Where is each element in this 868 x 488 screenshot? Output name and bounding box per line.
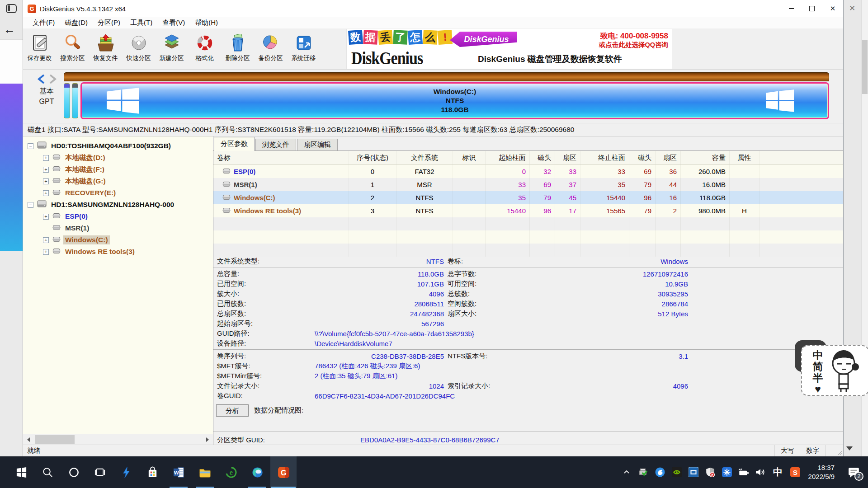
toolbar-button-1[interactable]: 搜索分区 — [56, 30, 89, 69]
expand-icon[interactable]: + — [43, 214, 49, 220]
back-arrow-icon[interactable]: ← — [4, 23, 15, 37]
tree-item-windows-re-tools-3-[interactable]: +Windows RE tools(3) — [23, 246, 213, 258]
menu-item-4[interactable]: 查看(V) — [157, 19, 190, 27]
column-header-5[interactable]: 磁头 — [530, 151, 555, 164]
taskbar-edge-icon[interactable] — [244, 456, 270, 488]
column-header-4[interactable]: 起始柱面 — [486, 151, 530, 164]
column-header-11[interactable]: 属性 — [730, 151, 760, 164]
disk-header-strip[interactable] — [64, 72, 829, 81]
action-center-button[interactable]: 2 — [840, 456, 868, 488]
taskbar-clock[interactable]: 18:37 2022/5/9 — [804, 463, 840, 481]
partition-row-windows-re-tools-3-[interactable]: Windows RE tools(3)3NTFS1544096171556579… — [213, 204, 843, 217]
taskbar-cortana-icon[interactable] — [61, 456, 87, 488]
resize-grip[interactable] — [825, 445, 843, 456]
expand-icon[interactable]: + — [43, 155, 49, 161]
tree-item--g-[interactable]: +本地磁盘(G:) — [23, 175, 213, 187]
menu-item-3[interactable]: 工具(T) — [125, 19, 157, 27]
analyze-button[interactable]: 分析 — [216, 404, 249, 417]
msr-partition-block[interactable] — [72, 83, 78, 118]
caret-down-icon[interactable] — [846, 446, 853, 450]
menu-item-5[interactable]: 帮助(H) — [190, 19, 223, 27]
taskbar-thunder-icon[interactable] — [113, 456, 139, 488]
taskbar-start-icon[interactable] — [8, 456, 34, 488]
tray-nvidia-icon[interactable] — [669, 456, 685, 488]
expand-icon[interactable]: + — [43, 178, 49, 184]
ad-banner[interactable]: 数据丢了怎么! DiskGenius 致电: 400-008-9958 或点击此… — [346, 29, 672, 69]
tree-item-hd0-toshibamq04abf100-932gb-[interactable]: −HD0:TOSHIBAMQ04ABF100(932GB) — [23, 140, 213, 152]
taskbar-green-browser-icon[interactable]: e — [218, 456, 244, 488]
sogou-ime-widget[interactable]: 中简半♥ — [801, 345, 868, 396]
expand-icon[interactable]: + — [43, 237, 49, 243]
toolbar-button-2[interactable]: 恢复文件 — [89, 30, 122, 69]
sogou-tray-icon[interactable]: S — [787, 456, 804, 488]
windows-c-partition-block[interactable]: Windows(C:) NTFS 118.0GB — [80, 82, 829, 119]
column-header-10[interactable]: 容量 — [681, 151, 730, 164]
collapse-icon[interactable]: − — [28, 202, 33, 208]
minimize-button[interactable] — [781, 0, 802, 17]
partition-row-msr-1-[interactable]: MSR(1)1MSR33693735794416.0MB — [213, 178, 843, 191]
tray-intel-icon[interactable] — [685, 456, 702, 488]
column-header-7[interactable]: 终止柱面 — [580, 151, 629, 164]
column-header-6[interactable]: 扇区 — [555, 151, 580, 164]
toolbar-button-4[interactable]: 新建分区 — [155, 30, 188, 69]
tree-item--d-[interactable]: +本地磁盘(D:) — [23, 152, 213, 164]
toolbar-button-8[interactable]: 系统迁移 — [287, 30, 320, 69]
detail-label: 设备路径: — [213, 339, 313, 348]
scroll-left-button[interactable] — [23, 434, 34, 445]
taskbar-store-icon[interactable] — [139, 456, 165, 488]
taskbar-word-icon[interactable]: W — [165, 456, 192, 488]
column-header-0[interactable]: 卷标 — [213, 151, 349, 164]
scrollbar-thumb[interactable] — [862, 40, 868, 94]
tree-item-recovery-e-[interactable]: +RECOVERY(E:) — [23, 187, 213, 199]
menu-item-1[interactable]: 磁盘(D) — [60, 19, 93, 27]
scroll-right-button[interactable] — [202, 434, 213, 445]
detail-value: 4096 — [313, 290, 444, 298]
toolbar-button-7[interactable]: 备份分区 — [254, 30, 287, 69]
taskbar-explorer-icon[interactable] — [192, 456, 218, 488]
column-header-9[interactable]: 扇区 — [656, 151, 681, 164]
toolbar-button-0[interactable]: 保存更改 — [23, 30, 56, 69]
partition-row-windows-c-[interactable]: Windows(C:)2NTFS357945154409616118.0GB — [213, 191, 843, 204]
tree-item-esp-0-[interactable]: +ESP(0) — [23, 211, 213, 222]
expand-icon[interactable]: + — [43, 190, 49, 196]
ime-language-indicator[interactable]: 中 — [769, 456, 787, 488]
collapse-icon[interactable]: − — [28, 143, 33, 149]
column-header-1[interactable]: 序号(状态) — [349, 151, 396, 164]
tray-chevron-up-icon[interactable] — [618, 456, 635, 488]
tab-2[interactable]: 扇区编辑 — [297, 139, 338, 150]
tray-speaker-icon[interactable] — [752, 456, 769, 488]
expand-icon[interactable]: + — [43, 167, 49, 173]
tree-item--f-[interactable]: +本地磁盘(F:) — [23, 164, 213, 175]
maximize-button[interactable] — [802, 0, 822, 17]
taskbar-search-icon[interactable] — [34, 456, 61, 488]
background-close-icon[interactable]: ✕ — [849, 4, 855, 13]
tray-defender-icon[interactable] — [702, 456, 719, 488]
toolbar-button-3[interactable]: 快速分区 — [122, 30, 155, 69]
tray-battery-icon[interactable] — [736, 456, 752, 488]
tree-horizontal-scrollbar[interactable] — [23, 434, 213, 445]
menu-item-2[interactable]: 分区(P) — [93, 19, 125, 27]
disk-nav-arrows[interactable] — [37, 74, 57, 84]
partition-row-esp-0-[interactable]: ESP(0)0FAT3203233336936260.0MB — [213, 165, 843, 178]
toolbar-button-6[interactable]: 删除分区 — [221, 30, 254, 69]
tree-item-windows-c-[interactable]: +Windows(C:) — [23, 234, 213, 246]
menu-item-0[interactable]: 文件(F) — [28, 19, 60, 27]
ad-qq-link[interactable]: 或点击此处选择QQ咨询 — [599, 41, 668, 49]
toolbar-button-5[interactable]: 格式化 — [188, 30, 221, 69]
tray-snowflake-icon[interactable] — [719, 456, 736, 488]
tab-1[interactable]: 浏览文件 — [255, 139, 296, 150]
column-header-8[interactable]: 磁头 — [629, 151, 656, 164]
taskbar-task-view-icon[interactable] — [87, 456, 113, 488]
taskbar-diskgenius-icon[interactable]: G — [270, 456, 297, 488]
close-button[interactable]: ✕ — [822, 0, 843, 17]
expand-icon[interactable]: + — [43, 249, 49, 255]
esp-partition-block[interactable] — [64, 83, 70, 118]
tree-item-hd1-samsungmznln128hahq-000[interactable]: −HD1:SAMSUNGMZNLN128HAHQ-000 — [23, 199, 213, 211]
tab-0[interactable]: 分区参数 — [214, 137, 255, 151]
column-header-3[interactable]: 标识 — [453, 151, 486, 164]
tray-tim-icon[interactable] — [652, 456, 669, 488]
tray-print-check-icon[interactable] — [635, 456, 652, 488]
tree-item-msr-1-[interactable]: MSR(1) — [23, 222, 213, 234]
scrollbar-thumb[interactable] — [35, 435, 75, 444]
column-header-2[interactable]: 文件系统 — [396, 151, 453, 164]
